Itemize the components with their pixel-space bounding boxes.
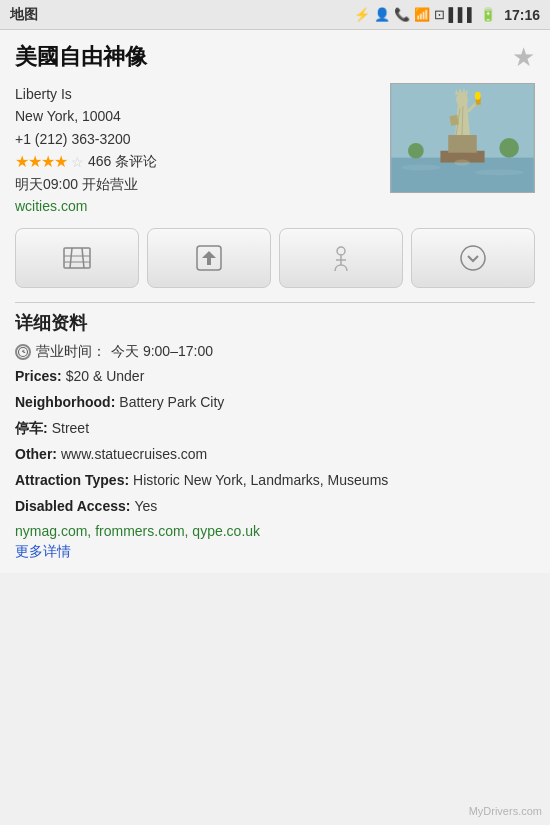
prices-value: $20 & Under: [66, 366, 145, 387]
svg-point-27: [461, 246, 485, 270]
more-details-link[interactable]: 更多详情: [15, 543, 535, 561]
divider: [15, 302, 535, 303]
attraction-label: Attraction Types:: [15, 470, 129, 491]
svg-line-30: [23, 352, 25, 353]
svg-marker-23: [202, 251, 216, 265]
stars-filled: ★★★★: [15, 152, 67, 171]
phone-number[interactable]: +1 (212) 363-3200: [15, 128, 380, 150]
neighborhood-value: Battery Park City: [119, 392, 224, 413]
place-image: [390, 83, 535, 193]
attraction-value: Historic New York, Landmarks, Museums: [133, 470, 388, 491]
prices-label: Prices:: [15, 366, 62, 387]
place-title: 美國自由神像: [15, 42, 147, 72]
hours-row: 营业时间： 今天 9:00–17:00: [15, 343, 535, 361]
disabled-label: Disabled Access:: [15, 496, 130, 517]
website-link[interactable]: wcities.com: [15, 198, 87, 214]
battery-icon: 🔋: [480, 7, 496, 22]
rating-row: ★★★★ ☆ 466 条评论: [15, 152, 380, 171]
svg-rect-17: [449, 115, 458, 126]
star-half: ☆: [71, 154, 84, 170]
svg-rect-5: [448, 135, 476, 153]
directions-button[interactable]: [147, 228, 271, 288]
info-image-row: Liberty Is New York, 10004 +1 (212) 363-…: [15, 83, 535, 214]
svg-point-2: [401, 165, 440, 171]
neighborhood-row: Neighborhood: Battery Park City: [15, 392, 535, 413]
usb-icon: ⚡: [354, 7, 370, 22]
details-section: 详细资料 营业时间： 今天 9:00–17:00 Prices: $20 & U…: [15, 311, 535, 561]
details-title: 详细资料: [15, 311, 535, 335]
neighborhood-label: Neighborhood:: [15, 392, 115, 413]
disabled-value: Yes: [134, 496, 157, 517]
other-value: www.statuecruises.com: [61, 444, 207, 465]
attraction-row: Attraction Types: Historic New York, Lan…: [15, 470, 535, 491]
svg-point-19: [499, 138, 519, 158]
parking-row: 停车: Street: [15, 418, 535, 439]
info-text: Liberty Is New York, 10004 +1 (212) 363-…: [15, 83, 380, 214]
svg-rect-21: [64, 248, 90, 268]
parking-value: Street: [52, 418, 89, 439]
watermark: MyDrivers.com: [469, 805, 542, 817]
signal-icon: ▌▌▌: [449, 7, 477, 22]
main-content: 美國自由神像 ★ Liberty Is New York, 10004 +1 (…: [0, 30, 550, 573]
address-line1: Liberty Is: [15, 83, 380, 105]
other-row: Other: www.statuecruises.com: [15, 444, 535, 465]
app-name: 地图: [10, 6, 38, 24]
svg-point-20: [454, 160, 470, 166]
favorite-button[interactable]: ★: [512, 42, 535, 73]
svg-point-24: [337, 247, 345, 255]
hours-icon: [15, 344, 31, 360]
header-row: 美國自由神像 ★: [15, 42, 535, 73]
street-view-button[interactable]: [279, 228, 403, 288]
other-label: Other:: [15, 444, 57, 465]
map-button[interactable]: [15, 228, 139, 288]
review-count: 466 条评论: [88, 153, 157, 171]
status-bar: 地图 ⚡ 👤 📞 📶 ⊡ ▌▌▌ 🔋 17:16: [0, 0, 550, 30]
hours-row: 明天09:00 开始营业: [15, 173, 380, 195]
data-icon: ⊡: [434, 7, 445, 22]
status-icons: ⚡ 👤 📞 📶 ⊡ ▌▌▌ 🔋 17:16: [354, 7, 540, 23]
svg-point-9: [456, 93, 468, 107]
phone-icon: 📞: [394, 7, 410, 22]
address-line2: New York, 10004: [15, 105, 380, 127]
prices-row: Prices: $20 & Under: [15, 366, 535, 387]
disabled-row: Disabled Access: Yes: [15, 496, 535, 517]
person-icon: 👤: [374, 7, 390, 22]
parking-label: 停车:: [15, 418, 48, 439]
clock: 17:16: [504, 7, 540, 23]
svg-point-3: [475, 169, 524, 175]
more-button[interactable]: [411, 228, 535, 288]
action-buttons: [15, 228, 535, 288]
green-links[interactable]: nymag.com, frommers.com, qype.co.uk: [15, 523, 535, 539]
svg-point-16: [475, 92, 481, 100]
hours-value: 今天 9:00–17:00: [111, 343, 213, 361]
wifi-icon: 📶: [414, 7, 430, 22]
hours-label: 营业时间：: [36, 343, 106, 361]
svg-point-18: [408, 143, 424, 159]
